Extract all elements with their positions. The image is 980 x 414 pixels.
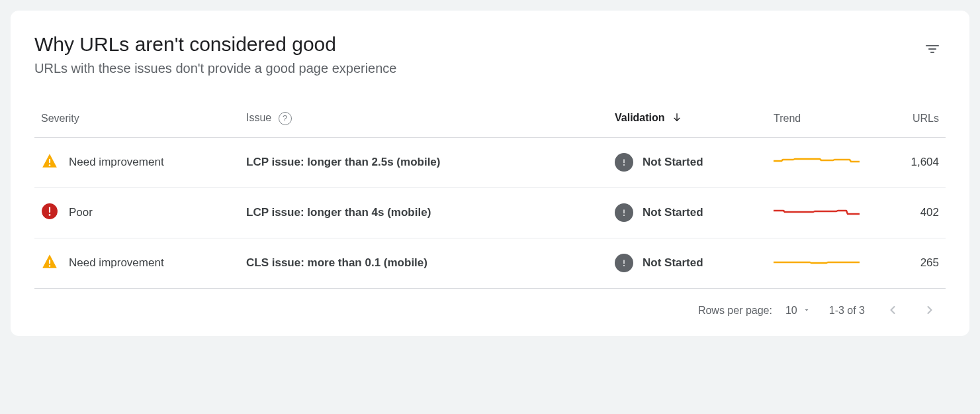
issue-text: LCP issue: longer than 4s (mobile) [246, 206, 431, 219]
next-page-button[interactable] [920, 301, 939, 321]
pagination-range: 1-3 of 3 [829, 305, 865, 317]
validation-label: Not Started [643, 256, 703, 270]
arrow-down-icon [672, 113, 682, 125]
warning-icon [41, 253, 58, 274]
help-icon[interactable]: ? [279, 112, 292, 125]
svg-point-10 [49, 214, 51, 216]
col-header-urls[interactable]: URLs [879, 103, 946, 138]
svg-rect-13 [49, 259, 50, 264]
col-header-severity[interactable]: Severity [34, 103, 240, 138]
table-row[interactable]: PoorLCP issue: longer than 4s (mobile)No… [34, 187, 946, 238]
col-header-validation[interactable]: Validation [608, 103, 767, 138]
issue-text: CLS issue: more than 0.1 (mobile) [246, 256, 427, 269]
issue-text: LCP issue: longer than 2.5s (mobile) [246, 156, 440, 168]
validation-cell: Not Started [615, 153, 760, 172]
issues-card: Why URLs aren't considered good URLs wit… [11, 11, 969, 336]
header-titles: Why URLs aren't considered good URLs wit… [34, 32, 919, 76]
prev-page-button[interactable] [883, 301, 902, 321]
trend-sparkline [774, 206, 860, 219]
col-header-trend[interactable]: Trend [767, 103, 879, 138]
card-header: Why URLs aren't considered good URLs wit… [34, 32, 946, 76]
rows-per-page-label: Rows per page: [698, 305, 772, 317]
severity-label: Need improvement [69, 256, 164, 270]
chevron-right-icon [923, 309, 936, 319]
svg-point-14 [49, 265, 51, 267]
validation-label: Not Started [643, 156, 703, 169]
table-row[interactable]: Need improvementCLS issue: more than 0.1… [34, 238, 946, 288]
col-header-issue[interactable]: Issue ? [240, 103, 608, 138]
svg-rect-11 [623, 209, 624, 213]
severity-label: Need improvement [69, 156, 164, 169]
rows-per-page-group: Rows per page: 10 [698, 305, 811, 317]
trend-sparkline [774, 156, 860, 169]
svg-point-12 [623, 215, 625, 216]
svg-rect-9 [49, 207, 50, 213]
dropdown-icon [803, 305, 811, 317]
chevron-left-icon [886, 309, 899, 319]
svg-point-5 [49, 164, 51, 166]
rows-per-page-select[interactable]: 10 [785, 305, 811, 317]
severity-cell: Need improvement [41, 152, 233, 173]
exclamation-icon [615, 254, 633, 272]
severity-cell: Need improvement [41, 253, 233, 274]
urls-count: 265 [920, 256, 939, 269]
exclamation-icon [615, 203, 633, 222]
rows-per-page-value: 10 [785, 305, 797, 317]
trend-sparkline [774, 256, 860, 270]
warning-icon [41, 152, 58, 173]
table-row[interactable]: Need improvementLCP issue: longer than 2… [34, 137, 946, 187]
validation-label: Not Started [643, 206, 703, 219]
svg-rect-6 [623, 159, 624, 163]
urls-count: 402 [920, 206, 939, 219]
validation-cell: Not Started [615, 254, 760, 272]
svg-point-7 [623, 164, 625, 166]
urls-count: 1,604 [911, 156, 939, 168]
severity-cell: Poor [41, 203, 233, 223]
severity-label: Poor [69, 206, 93, 219]
filter-button[interactable] [919, 36, 946, 64]
exclamation-icon [615, 153, 633, 172]
pagination: Rows per page: 10 1-3 of 3 [34, 289, 946, 328]
svg-point-16 [623, 265, 625, 266]
issues-table: Severity Issue ? Validation Trend URLs N… [34, 103, 946, 289]
card-title: Why URLs aren't considered good [34, 32, 919, 57]
filter-icon [924, 49, 940, 59]
validation-cell: Not Started [615, 203, 760, 222]
card-subtitle: URLs with these issues don't provide a g… [34, 61, 919, 76]
svg-rect-15 [623, 260, 624, 264]
error-icon [41, 203, 58, 223]
svg-rect-4 [49, 158, 50, 163]
